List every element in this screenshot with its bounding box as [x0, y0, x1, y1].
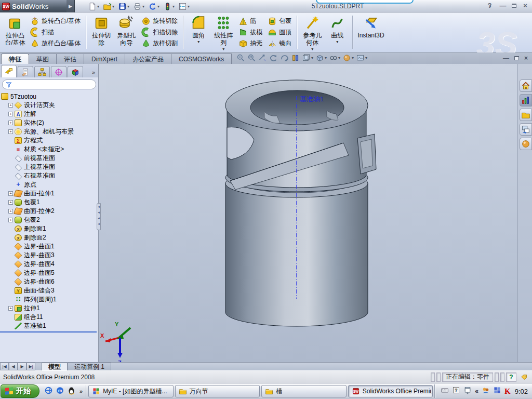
- qq-shortcut[interactable]: [67, 386, 76, 397]
- cm-button-instant3d[interactable]: Instant3D: [355, 14, 386, 51]
- zoom-fit-button[interactable]: [236, 54, 245, 62]
- new-document-button[interactable]: ▾: [87, 1, 101, 11]
- cm-button-loft-cut[interactable]: 放样切割: [140, 38, 179, 49]
- taskbar-task[interactable]: SWSolidWorks Office Premiu...: [348, 385, 433, 397]
- tab-评估[interactable]: 评估: [56, 54, 84, 64]
- antivirus-tray-icon[interactable]: K: [504, 387, 511, 396]
- tree-item-设计活页夹[interactable]: +设计活页夹: [1, 101, 98, 110]
- taskbar-task[interactable]: MyIE - [如图的异型槽...: [88, 385, 174, 397]
- tree-item-包覆2[interactable]: +包覆2: [1, 216, 98, 224]
- ime-keyboard-tray-icon[interactable]: [441, 386, 449, 396]
- tree-item-边界-曲面4[interactable]: 边界-曲面4: [1, 260, 98, 269]
- panel-tabs-overflow[interactable]: »: [92, 69, 97, 77]
- display-style-button[interactable]: ▾: [315, 54, 327, 62]
- tree-item-光源、相机与布景[interactable]: +光源、相机与布景: [1, 127, 98, 136]
- tab-scroll-prev-button[interactable]: ◀: [9, 363, 18, 370]
- quick-launch-overflow[interactable]: »: [79, 388, 83, 394]
- cm-button-draft[interactable]: 拔模: [237, 27, 264, 38]
- updates-tray-icon[interactable]: [493, 386, 501, 396]
- close-button[interactable]: ×: [521, 2, 530, 9]
- rotate-view-button[interactable]: [269, 54, 278, 62]
- cm-button-dome[interactable]: 圆顶: [266, 27, 293, 38]
- expand-icon[interactable]: +: [8, 103, 13, 108]
- propertymanager-tab-button[interactable]: [18, 66, 33, 77]
- tree-item-边界-曲面6[interactable]: 边界-曲面6: [1, 277, 98, 286]
- restore-button[interactable]: [512, 4, 516, 8]
- cm-button-revolve-cut[interactable]: 旋转切除: [140, 16, 179, 26]
- minimize-button[interactable]: —: [498, 2, 508, 9]
- cm-button-sweep[interactable]: 扫描: [29, 27, 82, 38]
- cm-button-wrap[interactable]: 包覆: [266, 16, 293, 26]
- tree-item-曲面-缝合3[interactable]: Y曲面-缝合3: [1, 286, 98, 295]
- panel-splitter-handle[interactable]: ◂◂◂◂: [97, 203, 101, 230]
- cm-button-mirror[interactable]: 镜向: [266, 38, 293, 49]
- tree-item-包覆1[interactable]: +包覆1: [1, 198, 98, 207]
- expand-icon[interactable]: +: [8, 121, 13, 125]
- taskbar-task[interactable]: 槽: [261, 385, 347, 397]
- view-palette-button[interactable]: [520, 123, 532, 136]
- tree-item-拉伸1[interactable]: +拉伸1: [1, 304, 98, 313]
- tab-scroll-last-button[interactable]: ▶|: [26, 363, 35, 370]
- tab-scroll-first-button[interactable]: |◀: [0, 363, 9, 370]
- tree-item-删除面1[interactable]: x删除面1: [1, 224, 98, 233]
- view-orientation-button[interactable]: ▾: [302, 54, 313, 62]
- expand-icon[interactable]: +: [8, 129, 13, 134]
- messenger-tray-icon[interactable]: [482, 386, 490, 396]
- cm-button-loft[interactable]: 放样凸台/基体: [29, 38, 82, 49]
- undo-button[interactable]: ▾: [148, 1, 162, 11]
- tree-item-前视基准面[interactable]: 前视基准面: [1, 154, 98, 163]
- cm-button-rib[interactable]: 筋: [237, 16, 264, 26]
- tab-COSMOSWorks[interactable]: COSMOSWorks: [171, 54, 232, 64]
- axis-label[interactable]: 基准轴1: [300, 95, 324, 103]
- rebuild-button[interactable]: ▾: [163, 1, 177, 11]
- zoom-area-button[interactable]: [247, 54, 256, 62]
- featuremanager-tab-button[interactable]: [1, 65, 17, 77]
- expand-icon[interactable]: +: [8, 306, 13, 311]
- expand-icon[interactable]: +: [8, 200, 13, 205]
- tree-item-基准轴1[interactable]: 基准轴1: [1, 322, 98, 330]
- cm-button-boss-extrude[interactable]: 拉伸凸 台/基体: [3, 14, 28, 51]
- tree-item-边界-曲面1[interactable]: 边界-曲面1: [1, 242, 98, 251]
- tree-item-上视基准面[interactable]: 上视基准面: [1, 163, 98, 171]
- tags-icon[interactable]: [518, 373, 530, 382]
- hide-show-items-button[interactable]: ▾: [329, 54, 340, 62]
- tree-item-实体(2)[interactable]: +实体(2): [1, 118, 98, 127]
- tree-item-曲面-拉伸2[interactable]: +曲面-拉伸2: [1, 207, 98, 216]
- cm-button-curves[interactable]: 曲线▾: [325, 14, 350, 51]
- appearances-sphere-button[interactable]: [520, 138, 532, 150]
- resources-home-button[interactable]: [520, 79, 532, 92]
- tree-item-删除面2[interactable]: x删除面2: [1, 233, 98, 242]
- tree-item-组合11[interactable]: 组合11: [1, 313, 98, 322]
- start-button[interactable]: 开始: [1, 384, 39, 398]
- taskbar-task[interactable]: 万向节: [175, 385, 260, 397]
- cm-button-cut-extrude[interactable]: 拉伸切 除: [89, 14, 114, 51]
- solidworks-menu-button[interactable]: SW SolidWorks: [0, 0, 66, 12]
- section-view-button[interactable]: [291, 54, 300, 62]
- options-button[interactable]: ▾: [178, 1, 192, 11]
- tab-特征[interactable]: 特征: [1, 54, 29, 64]
- tab-办公室产品[interactable]: 办公室产品: [125, 54, 171, 64]
- tree-item-边界-曲面5[interactable]: 边界-曲面5: [1, 269, 98, 277]
- expand-icon[interactable]: +: [8, 191, 13, 196]
- tray-collapse-chevron[interactable]: «: [475, 388, 478, 395]
- ie-shortcut[interactable]: [44, 386, 53, 397]
- doc-restore-button[interactable]: [514, 56, 519, 60]
- help-button[interactable]: ?▾: [485, 2, 494, 9]
- zoom-selected-button[interactable]: [258, 54, 267, 62]
- expand-icon[interactable]: +: [8, 112, 13, 116]
- tree-filter-input[interactable]: [2, 79, 96, 89]
- tab-scroll-next-button[interactable]: ▶: [18, 363, 26, 370]
- help-tray-tray-icon[interactable]: ?: [452, 386, 460, 396]
- design-library-button[interactable]: [520, 94, 532, 107]
- menu-expand-arrow[interactable]: ▶: [66, 0, 75, 12]
- tab-DimXpert[interactable]: DimXpert: [84, 54, 125, 64]
- bottom-tab-模型[interactable]: 模型: [42, 363, 68, 370]
- monitor-tray-icon[interactable]: [463, 386, 472, 396]
- graphics-viewport[interactable]: 基准轴1 Y X Z: [99, 64, 517, 362]
- tree-item-曲面-拉伸1[interactable]: +曲面-拉伸1: [1, 189, 98, 198]
- cm-button-reference-geometry[interactable]: 参考几 何体▾: [300, 14, 325, 51]
- tree-item-材质 <未指定>[interactable]: ≡材质 <未指定>: [1, 145, 98, 154]
- cm-button-linear-pattern[interactable]: 线性阵 列▾: [211, 14, 236, 51]
- tree-item-5Tzuotou[interactable]: 5Tzuotou: [1, 92, 98, 101]
- bottom-tab-运动算例 1[interactable]: 运动算例 1: [68, 363, 111, 370]
